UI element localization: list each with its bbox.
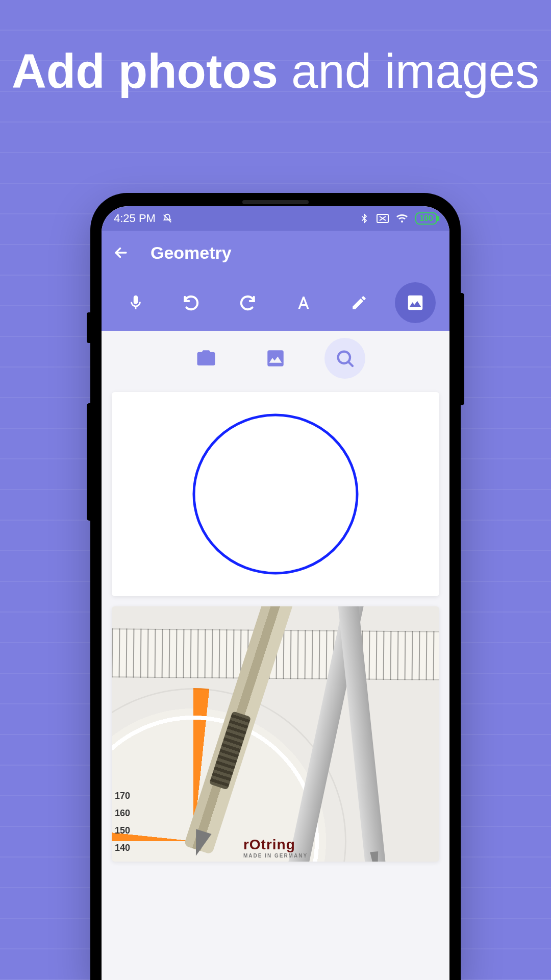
- note-content[interactable]: 170 160 150 140 rOtring MADE IN GERMANY: [102, 386, 449, 980]
- status-bar: 4:25 PM: [102, 206, 449, 231]
- circle-drawing: [189, 407, 362, 581]
- undo-button[interactable]: [171, 282, 212, 323]
- protractor-degree-labels: 170 160 150 140: [115, 787, 130, 856]
- phone-screen: 4:25 PM: [102, 206, 449, 980]
- app-bar: Geometry: [102, 231, 449, 275]
- mic-button[interactable]: [115, 282, 156, 323]
- status-time: 4:25 PM: [114, 212, 156, 225]
- promo-headline-bold: Add photos: [12, 44, 278, 98]
- insert-image-button[interactable]: [395, 282, 436, 323]
- gallery-button[interactable]: [255, 338, 296, 379]
- image-source-bar: [102, 331, 449, 386]
- battery-indicator: 100: [415, 212, 437, 225]
- promo-headline-rest: and images: [278, 44, 539, 98]
- page-title: Geometry: [151, 243, 232, 263]
- text-style-button[interactable]: [283, 282, 324, 323]
- photo-geometry-tools: 170 160 150 140 rOtring MADE IN GERMANY: [112, 606, 439, 862]
- redo-button[interactable]: [227, 282, 268, 323]
- wifi-icon: [396, 213, 408, 224]
- image-card-circle[interactable]: [112, 392, 439, 596]
- search-image-button[interactable]: [324, 338, 365, 379]
- back-button[interactable]: [110, 241, 132, 264]
- battery-percent: 100: [419, 214, 433, 223]
- brand-label: rOtring MADE IN GERMANY: [243, 837, 308, 859]
- circle-shape: [194, 415, 357, 573]
- camera-button[interactable]: [186, 338, 227, 379]
- bluetooth-icon: [359, 213, 369, 224]
- phone-frame: 4:25 PM: [90, 193, 461, 980]
- editor-toolbar: [102, 275, 449, 331]
- do-not-disturb-icon: [162, 213, 173, 224]
- draw-button[interactable]: [339, 282, 380, 323]
- promo-headline: Add photos and images: [0, 45, 551, 97]
- image-card-photo[interactable]: 170 160 150 140 rOtring MADE IN GERMANY: [112, 606, 439, 862]
- cast-icon: [377, 214, 389, 223]
